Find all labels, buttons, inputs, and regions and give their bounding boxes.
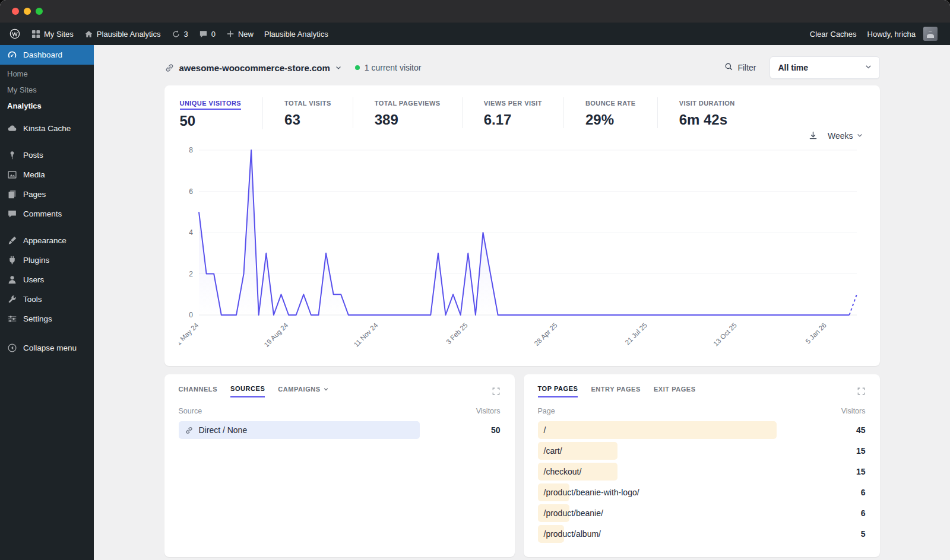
my-sites-menu[interactable]: My Sites: [26, 23, 79, 45]
date-range-value: All time: [778, 63, 809, 72]
date-range-select[interactable]: All time: [770, 56, 880, 79]
pages-table-header: Page Visitors: [538, 407, 866, 415]
filter-label: Filter: [737, 63, 756, 72]
interval-select[interactable]: Weeks: [828, 131, 863, 141]
close-window-button[interactable]: [12, 8, 19, 15]
sidebar-item-dashboard[interactable]: Dashboard: [0, 45, 94, 65]
source-row[interactable]: Direct / None 50: [179, 421, 501, 440]
sidebar-item-label: Comments: [23, 209, 62, 218]
collapse-menu-label: Collapse menu: [23, 343, 77, 352]
chevron-down-icon: [856, 131, 863, 141]
chevron-down-icon: [335, 64, 342, 71]
metric-unique-visitors[interactable]: UNIQUE VISITORS 50: [179, 97, 264, 129]
download-export-icon[interactable]: [808, 131, 818, 141]
sidebar-item-analytics[interactable]: Analytics: [0, 98, 94, 114]
svg-text:6: 6: [189, 187, 193, 196]
chevron-down-icon: [323, 386, 329, 392]
metric-views-per-visit[interactable]: VIEWS PER VISIT 6.17: [463, 97, 564, 128]
metric-bounce-rate[interactable]: BOUNCE RATE 29%: [564, 97, 658, 128]
sidebar-item-settings[interactable]: Settings: [0, 309, 94, 329]
metric-total-pageviews[interactable]: TOTAL PAGEVIEWS 389: [353, 97, 463, 128]
sidebar-item-pages[interactable]: Pages: [0, 184, 94, 204]
sidebar-item-kinsta-cache[interactable]: Kinsta Cache: [0, 119, 94, 138]
app-window: My Sites Plausible Analytics 3 0: [0, 0, 950, 560]
pages-icon: [6, 189, 18, 199]
sidebar-item-label: Settings: [23, 314, 52, 323]
sidebar-item-my-sites[interactable]: My Sites: [0, 82, 94, 98]
source-name: Direct / None: [199, 425, 248, 435]
sidebar-item-tools[interactable]: Tools: [0, 289, 94, 309]
metrics-row: UNIQUE VISITORS 50 TOTAL VISITS 63 TOTAL…: [179, 97, 866, 129]
sidebar-item-comments[interactable]: Comments: [0, 204, 94, 224]
site-home-label: Plausible Analytics: [97, 30, 161, 39]
site-switcher[interactable]: awesome-woocommerce-store.com 1 current …: [164, 63, 422, 73]
sidebar-item-users[interactable]: Users: [0, 270, 94, 289]
page-visitors: 6: [861, 488, 866, 497]
dashboard-submenu: Home My Sites Analytics: [0, 65, 94, 119]
current-visitors-label: 1 current visitor: [365, 63, 422, 72]
howdy-label: Howdy, hricha: [867, 30, 916, 39]
page-row[interactable]: /product/album/ 5: [538, 524, 866, 543]
sidebar-item-label: Tools: [23, 295, 42, 304]
sidebar-item-home[interactable]: Home: [0, 66, 94, 82]
column-page: Page: [538, 407, 555, 415]
page-visitors: 15: [856, 467, 866, 476]
tab-entry-pages[interactable]: ENTRY PAGES: [591, 386, 640, 397]
tab-channels[interactable]: CHANNELS: [179, 386, 218, 397]
tab-sources[interactable]: SOURCES: [230, 385, 265, 397]
sidebar-item-media[interactable]: Media: [0, 165, 94, 184]
metric-total-visits[interactable]: TOTAL VISITS 63: [263, 97, 353, 128]
tab-exit-pages[interactable]: EXIT PAGES: [654, 386, 696, 397]
sidebar-item-label: Kinsta Cache: [23, 124, 71, 133]
window-titlebar: [0, 0, 950, 23]
stats-card: UNIQUE VISITORS 50 TOTAL VISITS 63 TOTAL…: [164, 85, 880, 366]
visitors-chart: 0246831 May 2419 Aug 2411 Nov 243 Feb 25…: [179, 142, 866, 360]
wordpress-logo-icon[interactable]: [4, 23, 26, 45]
posts-icon: [6, 150, 18, 160]
expand-icon[interactable]: [857, 387, 866, 396]
admin-bar-page-title[interactable]: Plausible Analytics: [259, 23, 334, 45]
page-row[interactable]: /cart/ 15: [538, 441, 866, 460]
site-home-link[interactable]: Plausible Analytics: [79, 23, 166, 45]
settings-icon: [6, 314, 18, 324]
page-visitors: 5: [861, 529, 866, 539]
zoom-window-button[interactable]: [36, 8, 43, 15]
new-content-menu[interactable]: New: [221, 23, 259, 45]
comments-indicator[interactable]: 0: [194, 23, 221, 45]
page-name: /product/beanie-with-logo/: [538, 488, 639, 497]
svg-text:4: 4: [189, 228, 193, 237]
metric-visit-duration[interactable]: VISIT DURATION 6m 42s: [658, 97, 756, 128]
tab-top-pages[interactable]: TOP PAGES: [538, 385, 578, 397]
sidebar-item-label: Posts: [23, 151, 43, 160]
metric-value: 389: [375, 112, 441, 128]
my-sites-icon: [31, 30, 40, 39]
sidebar-item-label: Plugins: [23, 256, 49, 265]
sources-tabs: CHANNELS SOURCES CAMPAIGNS: [179, 385, 329, 397]
minimize-window-button[interactable]: [24, 8, 31, 15]
page-row[interactable]: /product/beanie/ 6: [538, 504, 866, 523]
site-domain: awesome-woocommerce-store.com: [179, 63, 330, 73]
page-name: /product/beanie/: [538, 508, 603, 518]
updates-indicator[interactable]: 3: [166, 23, 194, 45]
collapse-icon: [6, 343, 18, 353]
page-visitors: 45: [856, 425, 866, 435]
page-row[interactable]: / 45: [538, 421, 866, 440]
source-visitors: 50: [491, 425, 501, 435]
expand-icon[interactable]: [492, 387, 501, 396]
clear-caches-button[interactable]: Clear Caches: [805, 23, 862, 45]
filter-button[interactable]: Filter: [724, 62, 756, 73]
page-row[interactable]: /product/beanie-with-logo/ 6: [538, 483, 866, 502]
wp-admin-bar: My Sites Plausible Analytics 3 0: [0, 23, 950, 45]
tab-campaigns[interactable]: CAMPAIGNS: [278, 386, 328, 397]
appearance-icon: [6, 236, 18, 246]
sidebar-item-plugins[interactable]: Plugins: [0, 250, 94, 270]
sidebar-item-appearance[interactable]: Appearance: [0, 231, 94, 250]
account-menu[interactable]: Howdy, hricha: [862, 23, 943, 45]
page-visitors: 6: [861, 508, 866, 518]
collapse-menu-button[interactable]: Collapse menu: [0, 338, 94, 358]
my-sites-label: My Sites: [44, 30, 74, 39]
sidebar-item-posts[interactable]: Posts: [0, 145, 94, 165]
page-row[interactable]: /checkout/ 15: [538, 462, 866, 481]
sidebar-item-label: Pages: [23, 190, 46, 199]
column-source: Source: [179, 407, 202, 415]
